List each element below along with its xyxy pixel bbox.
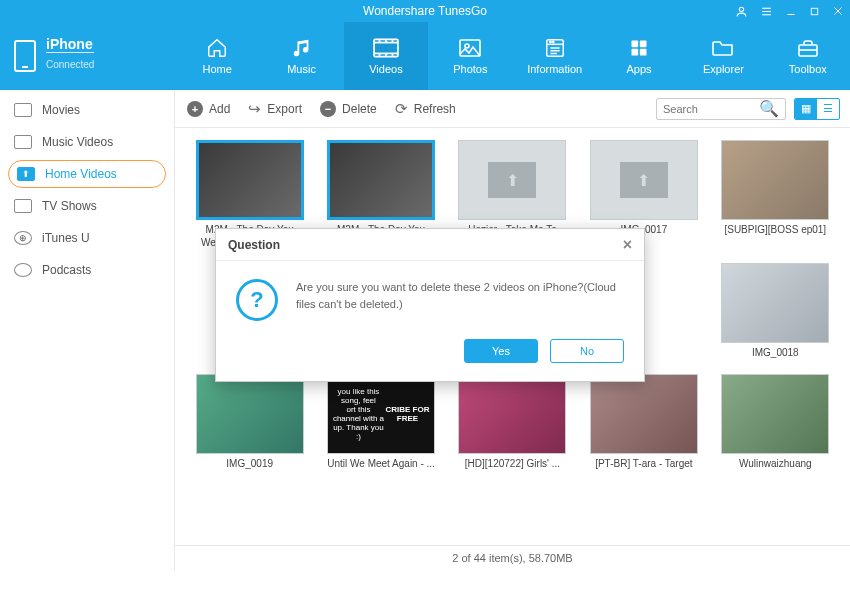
video-card[interactable]: IMG_0018: [719, 263, 832, 360]
close-icon[interactable]: [832, 5, 844, 17]
home-videos-icon: ⬆: [17, 167, 35, 181]
tab-label: Apps: [627, 63, 652, 75]
svg-rect-28: [632, 49, 639, 56]
menu-icon[interactable]: [760, 5, 773, 18]
tab-home[interactable]: Home: [175, 22, 259, 90]
tab-music[interactable]: Music: [259, 22, 343, 90]
delete-button[interactable]: −Delete: [320, 101, 377, 117]
itunes-u-icon: ⊕: [14, 231, 32, 245]
sidebar-label: Music Videos: [42, 135, 113, 149]
video-thumb[interactable]: [590, 140, 698, 220]
video-thumb[interactable]: [721, 374, 829, 454]
minimize-icon[interactable]: [785, 5, 797, 17]
list-view-button[interactable]: ☰: [817, 99, 839, 119]
sidebar-label: TV Shows: [42, 199, 97, 213]
app-title: Wondershare TunesGo: [363, 4, 487, 18]
tab-label: Information: [527, 63, 582, 75]
yes-button[interactable]: Yes: [464, 339, 538, 363]
video-thumb[interactable]: you like this song, feelort this channel…: [327, 374, 435, 454]
device-name: iPhone: [46, 36, 94, 52]
device-panel[interactable]: iPhone Connected: [0, 22, 175, 90]
video-card[interactable]: you like this song, feelort this channel…: [324, 374, 437, 471]
svg-rect-27: [640, 41, 647, 48]
video-title: IMG_0018: [720, 347, 830, 360]
sidebar-label: iTunes U: [42, 231, 90, 245]
sidebar-item-podcasts[interactable]: Podcasts: [0, 254, 174, 286]
search-box[interactable]: 🔍: [656, 98, 786, 120]
tab-label: Photos: [453, 63, 487, 75]
window-controls: [735, 0, 844, 22]
tab-information[interactable]: Information: [513, 22, 597, 90]
tv-shows-icon: [14, 199, 32, 213]
titlebar: Wondershare TunesGo: [0, 0, 850, 22]
podcasts-icon: [14, 263, 32, 277]
refresh-button[interactable]: ⟳Refresh: [395, 100, 456, 118]
sidebar-item-itunes-u[interactable]: ⊕iTunes U: [0, 222, 174, 254]
placeholder-icon: [620, 162, 668, 198]
svg-rect-26: [632, 41, 639, 48]
video-title: Wulinwaizhuang: [720, 458, 830, 471]
video-thumb[interactable]: [590, 374, 698, 454]
sidebar: Movies Music Videos ⬆Home Videos TV Show…: [0, 90, 175, 570]
tab-photos[interactable]: Photos: [428, 22, 512, 90]
grid-view-button[interactable]: ▦: [795, 99, 817, 119]
nav-tabs: Home Music Videos Photos Information App…: [175, 22, 850, 90]
svg-rect-29: [640, 49, 647, 56]
toolbox-icon: [794, 37, 822, 59]
video-thumb[interactable]: [327, 140, 435, 220]
information-icon: [541, 37, 569, 59]
dialog-titlebar: Question ×: [216, 229, 644, 261]
explorer-icon: [709, 37, 737, 59]
sidebar-item-music-videos[interactable]: Music Videos: [0, 126, 174, 158]
video-thumb[interactable]: [721, 140, 829, 220]
video-thumb[interactable]: [721, 263, 829, 343]
svg-rect-17: [460, 40, 480, 56]
video-thumb[interactable]: [458, 374, 566, 454]
photos-icon: [456, 37, 484, 59]
sidebar-item-tv-shows[interactable]: TV Shows: [0, 190, 174, 222]
sidebar-label: Movies: [42, 103, 80, 117]
svg-point-21: [549, 41, 550, 42]
navbar: iPhone Connected Home Music Videos Photo…: [0, 22, 850, 90]
toolbar: +Add ↪Export −Delete ⟳Refresh 🔍 ▦ ☰: [175, 90, 850, 128]
tab-videos[interactable]: Videos: [344, 22, 428, 90]
refresh-icon: ⟳: [395, 100, 408, 118]
sidebar-label: Podcasts: [42, 263, 91, 277]
video-card[interactable]: [SUBPIG][BOSS ep01]: [719, 140, 832, 249]
svg-point-18: [465, 44, 469, 48]
video-thumb[interactable]: [458, 140, 566, 220]
tab-label: Music: [287, 63, 316, 75]
dialog-title: Question: [228, 238, 280, 252]
plus-icon: +: [187, 101, 203, 117]
dialog-close-icon[interactable]: ×: [623, 236, 632, 254]
video-card[interactable]: Wulinwaizhuang: [719, 374, 832, 471]
video-card[interactable]: [HD][120722] Girls' ...: [456, 374, 569, 471]
tab-toolbox[interactable]: Toolbox: [766, 22, 850, 90]
export-button[interactable]: ↪Export: [248, 100, 302, 118]
confirm-dialog: Question × ? Are you sure you want to de…: [215, 228, 645, 382]
user-icon[interactable]: [735, 5, 748, 18]
tab-label: Videos: [369, 63, 402, 75]
video-title: [SUBPIG][BOSS ep01]: [720, 224, 830, 237]
no-button[interactable]: No: [550, 339, 624, 363]
video-thumb[interactable]: [196, 374, 304, 454]
video-card[interactable]: [PT-BR] T-ara - Target: [587, 374, 700, 471]
placeholder-icon: [488, 162, 536, 198]
sidebar-item-movies[interactable]: Movies: [0, 94, 174, 126]
home-icon: [203, 37, 231, 59]
tab-apps[interactable]: Apps: [597, 22, 681, 90]
tab-explorer[interactable]: Explorer: [681, 22, 765, 90]
videos-icon: [372, 37, 400, 59]
view-toggle: ▦ ☰: [794, 98, 840, 120]
search-icon[interactable]: 🔍: [759, 99, 779, 118]
search-input[interactable]: [663, 103, 759, 115]
video-thumb[interactable]: [196, 140, 304, 220]
tab-label: Home: [203, 63, 232, 75]
video-title: [PT-BR] T-ara - Target: [589, 458, 699, 471]
maximize-icon[interactable]: [809, 6, 820, 17]
sidebar-item-home-videos[interactable]: ⬆Home Videos: [8, 160, 166, 188]
minus-icon: −: [320, 101, 336, 117]
add-button[interactable]: +Add: [187, 101, 230, 117]
sidebar-label: Home Videos: [45, 167, 117, 181]
video-card[interactable]: IMG_0019: [193, 374, 306, 471]
